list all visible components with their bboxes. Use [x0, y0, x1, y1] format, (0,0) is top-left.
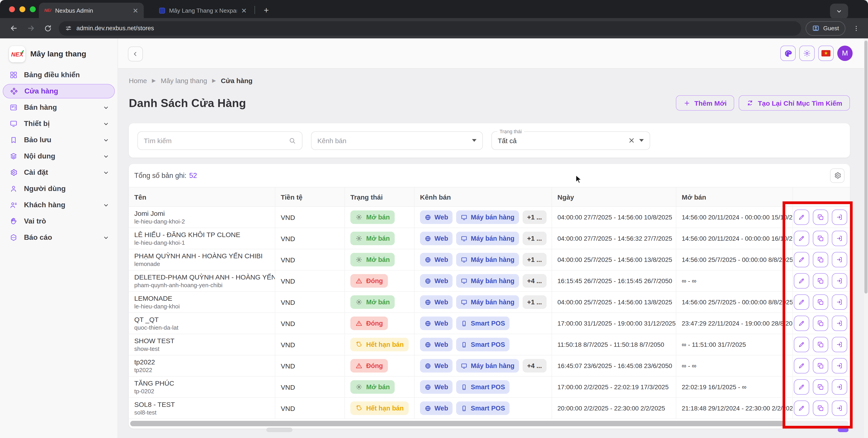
duplicate-store-button[interactable]	[813, 294, 828, 310]
pagination-prev-button[interactable]	[266, 428, 292, 432]
enter-store-button[interactable]	[832, 252, 847, 267]
site-settings-icon[interactable]	[65, 25, 72, 32]
edit-store-button[interactable]	[794, 294, 809, 310]
duplicate-store-button[interactable]	[813, 358, 828, 373]
enter-store-button[interactable]	[832, 231, 847, 246]
window-controls[interactable]	[9, 6, 36, 12]
page-scrollbar-thumb[interactable]	[864, 41, 868, 294]
duplicate-store-button[interactable]	[813, 316, 828, 331]
duplicate-store-button[interactable]	[813, 209, 828, 225]
reload-icon[interactable]	[41, 22, 54, 35]
sidebar-item-6[interactable]: Cài đặt	[3, 165, 115, 180]
sidebar-item-5[interactable]: Nội dung	[3, 149, 115, 164]
duplicate-store-button[interactable]	[813, 379, 828, 395]
edit-store-button[interactable]	[794, 273, 809, 289]
back-icon[interactable]	[7, 22, 20, 35]
open-range-cell: 14:56:00 25/7/2025 - 00:00:00 8/8/2025	[676, 249, 793, 270]
status-cell: Mở bán	[345, 228, 414, 249]
enter-store-button[interactable]	[832, 316, 847, 331]
edit-store-button[interactable]	[794, 316, 809, 331]
browser-menu-icon[interactable]	[852, 25, 860, 32]
duplicate-store-button[interactable]	[813, 273, 828, 289]
channel-more-chip[interactable]: +1 ...	[523, 232, 546, 245]
pencil-icon	[798, 405, 805, 412]
horizontal-scrollbar-thumb[interactable]	[130, 421, 785, 426]
browser-tab-inactive[interactable]: Mây Lang Thang x Nexpando ✕	[154, 3, 252, 18]
enter-store-button[interactable]	[832, 401, 847, 416]
sidebar-item-1[interactable]: Cửa hàng	[3, 84, 115, 98]
channel-chip-vending: Máy bán hàng	[456, 274, 519, 288]
user-avatar[interactable]: M	[837, 45, 852, 61]
channel-more-chip[interactable]: +4 ...	[523, 359, 546, 373]
users-icon	[9, 201, 18, 209]
chevron-down-icon	[103, 104, 110, 111]
channel-more-chip[interactable]: +1 ...	[523, 210, 546, 224]
edit-store-button[interactable]	[794, 358, 809, 373]
table-settings-button[interactable]	[830, 168, 844, 183]
status-select[interactable]: Trạng thái Tất cả	[491, 131, 650, 150]
duplicate-store-button[interactable]	[813, 231, 828, 246]
copy-icon	[817, 235, 824, 242]
enter-store-button[interactable]	[832, 209, 847, 225]
rebuild-search-index-button[interactable]: Tạo Lại Chỉ Mục Tìm Kiếm	[739, 95, 850, 111]
new-tab-button[interactable]: +	[260, 4, 273, 17]
profile-guest-button[interactable]: Guest	[806, 21, 845, 35]
sidebar-item-9[interactable]: Vai trò	[3, 214, 115, 229]
sidebar-item-0[interactable]: Bảng điều khiển	[3, 68, 115, 82]
sidebar-item-4[interactable]: Bảo lưu	[3, 133, 115, 147]
tab-close-icon[interactable]: ✕	[133, 7, 138, 14]
language-flag-button[interactable]: ★	[818, 45, 834, 61]
channel-more-chip[interactable]: +4 ...	[523, 274, 546, 288]
address-bar[interactable]: admin.dev.nexbus.net/stores	[59, 21, 801, 35]
forward-icon[interactable]	[24, 22, 37, 35]
channels-cell: WebSmart POS	[414, 398, 552, 418]
sidebar-item-3[interactable]: Thiết bị	[3, 116, 115, 131]
minimize-window-button[interactable]	[20, 6, 25, 12]
pagination-current-page[interactable]	[838, 428, 848, 432]
sidebar-item-8[interactable]: Khách hàng	[3, 198, 115, 212]
channel-chip-vending: Máy bán hàng	[456, 253, 519, 266]
channel-more-chip[interactable]: +1 ...	[523, 295, 546, 309]
tab-close-icon[interactable]: ✕	[241, 7, 247, 14]
enter-store-button[interactable]	[832, 294, 847, 310]
browser-tab-active[interactable]: NE/ Nexbus Admin ✕	[39, 3, 144, 18]
currency-cell: VND	[275, 249, 345, 270]
login-icon	[836, 235, 843, 242]
sidebar-item-7[interactable]: Người dùng	[3, 181, 115, 196]
sidebar-item-10[interactable]: Báo cáo	[3, 230, 115, 245]
clear-filter-icon[interactable]	[628, 137, 635, 144]
edit-store-button[interactable]	[794, 231, 809, 246]
enter-store-button[interactable]	[832, 379, 847, 395]
page-scrollbar-track[interactable]	[864, 38, 868, 438]
sidebar-nav: Bảng điều khiểnCửa hàngBán hàngThiết bịB…	[0, 63, 118, 245]
sidebar-item-2[interactable]: Bán hàng	[3, 100, 115, 115]
date-range-cell: 11:50:18 8/7/2025 - 11:50:18 8/7/2050	[552, 334, 676, 355]
close-window-button[interactable]	[9, 6, 15, 12]
search-input[interactable]	[137, 131, 303, 150]
edit-store-button[interactable]	[794, 252, 809, 267]
enter-store-button[interactable]	[832, 337, 847, 352]
duplicate-store-button[interactable]	[813, 337, 828, 352]
breadcrumb-home[interactable]: Home	[129, 77, 147, 85]
channel-more-chip[interactable]: +1 ...	[523, 253, 546, 266]
edit-store-button[interactable]	[794, 401, 809, 416]
maximize-window-button[interactable]	[30, 6, 36, 12]
breadcrumb-tenant[interactable]: Mây lang thang	[161, 77, 207, 85]
tab-search-chevron-button[interactable]	[830, 4, 848, 19]
theme-palette-button[interactable]	[780, 45, 796, 61]
channel-chip-web: Web	[420, 295, 453, 309]
enter-store-button[interactable]	[832, 273, 847, 289]
store-icon	[10, 87, 18, 95]
add-new-button[interactable]: Thêm Mới	[676, 95, 735, 111]
page-back-button[interactable]	[128, 46, 143, 61]
channel-select[interactable]: Kênh bán	[311, 131, 483, 150]
duplicate-store-button[interactable]	[813, 401, 828, 416]
edit-store-button[interactable]	[794, 209, 809, 225]
search-field[interactable]	[144, 137, 285, 144]
edit-store-button[interactable]	[794, 379, 809, 395]
duplicate-store-button[interactable]	[813, 252, 828, 267]
nexbus-logo[interactable]: NEX	[9, 46, 25, 62]
light-mode-button[interactable]	[799, 45, 815, 61]
enter-store-button[interactable]	[832, 358, 847, 373]
edit-store-button[interactable]	[794, 337, 809, 352]
